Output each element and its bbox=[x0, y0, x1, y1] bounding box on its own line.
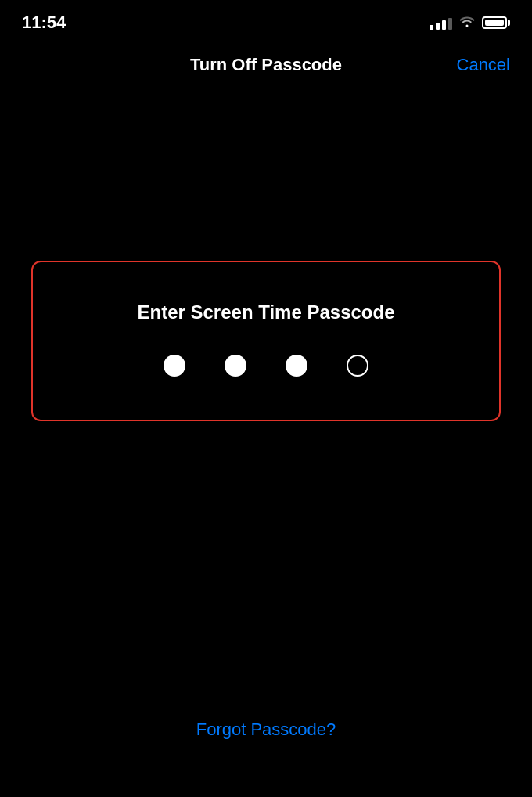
passcode-dots bbox=[164, 355, 368, 377]
passcode-dot-2 bbox=[225, 355, 246, 377]
passcode-dot-1 bbox=[164, 355, 185, 377]
signal-icon bbox=[430, 16, 452, 30]
forgot-passcode-button[interactable]: Forgot Passcode? bbox=[196, 719, 336, 740]
wifi-icon bbox=[458, 15, 476, 31]
battery-icon bbox=[482, 16, 510, 29]
passcode-dot-4 bbox=[347, 355, 368, 377]
passcode-dot-3 bbox=[286, 355, 307, 377]
page-title: Turn Off Passcode bbox=[190, 55, 342, 75]
main-content: Enter Screen Time Passcode Forgot Passco… bbox=[0, 88, 532, 787]
passcode-prompt: Enter Screen Time Passcode bbox=[137, 301, 394, 323]
status-icons bbox=[430, 15, 510, 31]
status-time: 11:54 bbox=[22, 13, 66, 33]
status-bar: 11:54 bbox=[0, 0, 532, 42]
passcode-container: Enter Screen Time Passcode bbox=[31, 261, 501, 421]
cancel-button[interactable]: Cancel bbox=[457, 55, 510, 75]
nav-bar: Turn Off Passcode Cancel bbox=[0, 42, 532, 88]
